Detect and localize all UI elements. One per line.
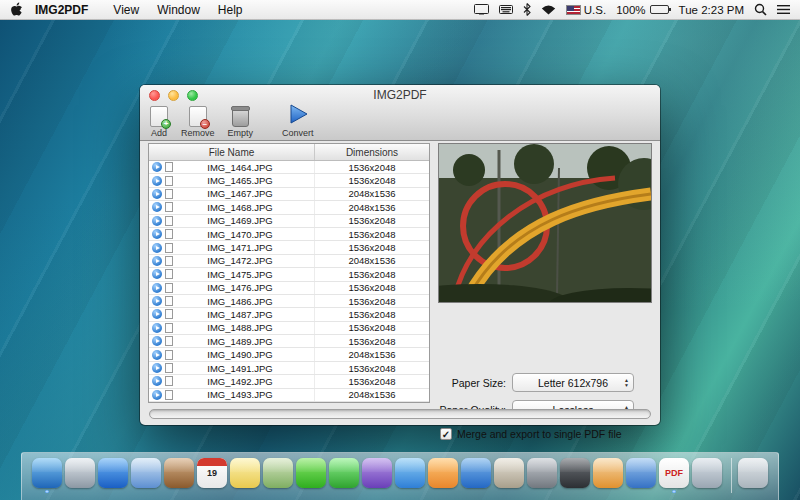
merge-checkbox[interactable]: ✓	[440, 428, 452, 440]
reveal-arrow-icon[interactable]	[152, 296, 162, 306]
table-row[interactable]: IMG_1489.JPG 1536x2048	[149, 335, 429, 348]
convert-button[interactable]: Convert	[282, 103, 314, 138]
file-name: IMG_1490.JPG	[176, 349, 314, 360]
column-header-dimensions[interactable]: Dimensions	[315, 144, 429, 160]
zoom-button[interactable]	[187, 90, 198, 101]
reveal-arrow-icon[interactable]	[152, 283, 162, 293]
table-row[interactable]: IMG_1490.JPG 2048x1536	[149, 348, 429, 361]
calculator-icon	[560, 458, 590, 488]
trash-icon	[738, 458, 768, 488]
remove-icon: –	[189, 106, 207, 127]
menu-clock[interactable]: Tue 2:23 PM	[679, 4, 744, 16]
file-icon	[165, 323, 173, 333]
table-row[interactable]: IMG_1491.JPG 1536x2048	[149, 362, 429, 375]
add-button[interactable]: + Add	[150, 106, 168, 138]
file-dimensions: 1536x2048	[315, 215, 429, 226]
dock-item-dictionary[interactable]	[494, 458, 524, 493]
display-icon[interactable]	[474, 4, 489, 15]
dock-item-itunes[interactable]	[395, 458, 425, 493]
table-row[interactable]: IMG_1487.JPG 1536x2048	[149, 308, 429, 321]
table-row[interactable]: IMG_1467.JPG 2048x1536	[149, 188, 429, 201]
dock-item-trash[interactable]	[731, 458, 768, 493]
table-row[interactable]: IMG_1492.JPG 1536x2048	[149, 375, 429, 388]
file-dimensions: 1536x2048	[315, 269, 429, 280]
table-row[interactable]: IMG_1468.JPG 2048x1536	[149, 201, 429, 214]
dock-item-maps[interactable]	[263, 458, 293, 493]
table-row[interactable]: IMG_1472.JPG 2048x1536	[149, 255, 429, 268]
minimize-button[interactable]	[168, 90, 179, 101]
dock-item-calendar[interactable]: 19	[197, 458, 227, 493]
table-row[interactable]: IMG_1475.JPG 1536x2048	[149, 268, 429, 281]
keyboard-icon[interactable]	[499, 5, 513, 14]
dock-item-safari[interactable]	[98, 458, 128, 493]
photo-booth-icon	[362, 458, 392, 488]
reveal-arrow-icon[interactable]	[152, 243, 162, 253]
file-icon	[165, 256, 173, 266]
bluetooth-icon[interactable]	[523, 3, 531, 16]
table-row[interactable]: IMG_1469.JPG 1536x2048	[149, 215, 429, 228]
table-row[interactable]: IMG_1486.JPG 1536x2048	[149, 295, 429, 308]
pages-icon	[593, 458, 623, 488]
dock-item-keynote[interactable]	[626, 458, 656, 493]
dock-item-calculator[interactable]	[560, 458, 590, 493]
reveal-arrow-icon[interactable]	[152, 162, 162, 172]
reveal-arrow-icon[interactable]	[152, 309, 162, 319]
table-row[interactable]: IMG_1465.JPG 1536x2048	[149, 174, 429, 187]
notification-center-icon[interactable]	[777, 4, 790, 15]
battery-status[interactable]: 100%	[616, 4, 668, 16]
spotlight-icon[interactable]	[754, 3, 767, 16]
dock-item-finder[interactable]	[32, 458, 62, 493]
file-name: IMG_1472.JPG	[176, 255, 314, 266]
reveal-arrow-icon[interactable]	[152, 350, 162, 360]
dock-item-messages[interactable]	[296, 458, 326, 493]
table-row[interactable]: IMG_1488.JPG 1536x2048	[149, 322, 429, 335]
reveal-arrow-icon[interactable]	[152, 269, 162, 279]
table-row[interactable]: IMG_1471.JPG 1536x2048	[149, 241, 429, 254]
table-row[interactable]: IMG_1493.JPG 2048x1536	[149, 389, 429, 402]
running-indicator	[45, 490, 49, 493]
menu-item-help[interactable]: Help	[209, 3, 252, 17]
close-button[interactable]	[149, 90, 160, 101]
dock-item-system-preferences[interactable]	[527, 458, 557, 493]
remove-button[interactable]: – Remove	[181, 106, 215, 138]
paper-size-select[interactable]: Letter 612x796 ▲▼	[512, 373, 634, 392]
input-source-flag[interactable]: U.S.	[566, 4, 606, 16]
reveal-arrow-icon[interactable]	[152, 363, 162, 373]
dock-item-pages[interactable]	[593, 458, 623, 493]
dock-item-app-store[interactable]	[461, 458, 491, 493]
table-row[interactable]: IMG_1476.JPG 1536x2048	[149, 282, 429, 295]
table-row[interactable]: IMG_1470.JPG 1536x2048	[149, 228, 429, 241]
dock-item-contacts[interactable]	[164, 458, 194, 493]
dock-item-mail[interactable]	[131, 458, 161, 493]
dock-item-facetime[interactable]	[329, 458, 359, 493]
menu-item-window[interactable]: Window	[148, 3, 209, 17]
table-row[interactable]: IMG_1464.JPG 1536x2048	[149, 161, 429, 174]
file-name: IMG_1475.JPG	[176, 269, 314, 280]
dock-item-photo-booth[interactable]	[362, 458, 392, 493]
file-table-body: IMG_1464.JPG 1536x2048 IMG_1465.JPG 1536…	[149, 161, 429, 402]
dock-item-downloads[interactable]	[692, 458, 722, 493]
reveal-arrow-icon[interactable]	[152, 256, 162, 266]
apple-menu-icon[interactable]	[10, 2, 23, 17]
empty-label: Empty	[228, 128, 254, 138]
column-header-file-name[interactable]: File Name	[149, 144, 315, 160]
wifi-icon[interactable]	[541, 4, 556, 15]
empty-button[interactable]: Empty	[228, 106, 254, 138]
dock-item-ibooks[interactable]	[428, 458, 458, 493]
dock-item-notes[interactable]	[230, 458, 260, 493]
dock-item-img2pdf[interactable]: PDF	[659, 458, 689, 493]
file-dimensions: 2048x1536	[315, 255, 429, 266]
file-icon	[165, 296, 173, 306]
reveal-arrow-icon[interactable]	[152, 229, 162, 239]
menu-app-name[interactable]: IMG2PDF	[35, 3, 88, 17]
reveal-arrow-icon[interactable]	[152, 376, 162, 386]
reveal-arrow-icon[interactable]	[152, 202, 162, 212]
reveal-arrow-icon[interactable]	[152, 189, 162, 199]
reveal-arrow-icon[interactable]	[152, 176, 162, 186]
dock-item-launchpad[interactable]	[65, 458, 95, 493]
reveal-arrow-icon[interactable]	[152, 323, 162, 333]
reveal-arrow-icon[interactable]	[152, 336, 162, 346]
reveal-arrow-icon[interactable]	[152, 390, 162, 400]
reveal-arrow-icon[interactable]	[152, 216, 162, 226]
menu-item-view[interactable]: View	[104, 3, 148, 17]
